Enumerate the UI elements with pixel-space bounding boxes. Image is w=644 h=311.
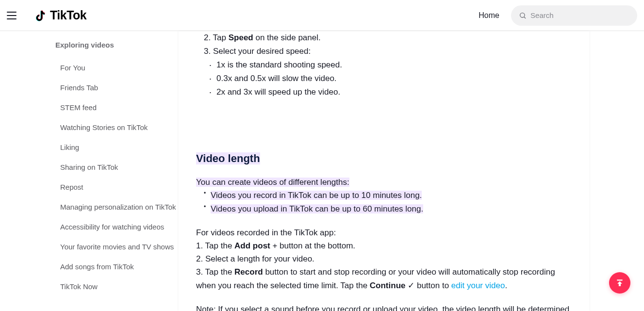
sidebar-item-add-songs[interactable]: Add songs from TikTok: [60, 257, 179, 277]
sidebar-item-tiktok-now[interactable]: TikTok Now: [60, 277, 179, 296]
edit-video-link[interactable]: edit your video: [451, 281, 505, 290]
sidebar-heading: Exploring videos: [55, 41, 179, 49]
section-title-video-length: Video length: [196, 152, 260, 165]
speed-sub-3: 2x and 3x will speed up the video.: [196, 85, 572, 99]
note-text: Note: If you select a sound before you r…: [196, 303, 572, 311]
sidebar: Exploring videos For You Friends Tab STE…: [0, 31, 179, 311]
recorded-intro: For videos recorded in the TikTok app:: [196, 226, 572, 239]
sidebar-item-liking[interactable]: Liking: [60, 137, 179, 157]
sidebar-item-sharing[interactable]: Sharing on TikTok: [60, 157, 179, 177]
svg-point-0: [520, 13, 525, 17]
rec-step-1: 1. Tap the Add post + button at the bott…: [196, 239, 572, 252]
arrow-up-icon: [615, 278, 625, 288]
menu-icon[interactable]: [7, 10, 18, 21]
header: TikTok Home: [0, 0, 644, 31]
sidebar-item-accessibility[interactable]: Accessibility for watching videos: [60, 217, 179, 237]
length-bullet-2: Videos you upload in TikTok can be up to…: [196, 202, 572, 215]
speed-sub-2: 0.3x and 0.5x will slow the video.: [196, 72, 572, 85]
length-bullet-1: Videos you record in TikTok can be up to…: [196, 189, 572, 202]
search-input[interactable]: [530, 11, 629, 19]
logo-text: TikTok: [50, 8, 86, 22]
sidebar-item-watching-stories[interactable]: Watching Stories on TikTok: [60, 117, 179, 137]
search-icon: [519, 11, 527, 20]
rec-step-2: 2. Select a length for your video.: [196, 252, 572, 265]
sidebar-item-for-you[interactable]: For You: [60, 58, 179, 78]
sidebar-item-stem-feed[interactable]: STEM feed: [60, 98, 179, 117]
scroll-to-top-button[interactable]: [609, 272, 630, 294]
speed-sub-1: 1x is the standard shooting speed.: [196, 58, 572, 72]
search-box[interactable]: [511, 5, 637, 26]
sidebar-item-personalization[interactable]: Managing personalization on TikTok: [60, 197, 179, 217]
logo[interactable]: TikTok: [36, 8, 86, 22]
tiktok-logo-icon: [36, 9, 48, 22]
sidebar-item-repost[interactable]: Repost: [60, 177, 179, 197]
sidebar-item-movies-tv[interactable]: Your favorite movies and TV shows: [60, 237, 179, 257]
speed-step-3: 3. Select your desired speed:: [196, 45, 572, 58]
svg-rect-2: [617, 279, 623, 280]
speed-step-2: 2. Tap Speed on the side panel.: [196, 31, 572, 45]
home-link[interactable]: Home: [479, 11, 499, 20]
article-content: 2. Tap Speed on the side panel. 3. Selec…: [179, 31, 589, 311]
intro-text: You can create videos of different lengt…: [196, 176, 572, 189]
sidebar-item-friends-tab[interactable]: Friends Tab: [60, 78, 179, 98]
rec-step-3: 3. Tap the Record button to start and st…: [196, 265, 572, 292]
svg-line-1: [524, 16, 526, 18]
